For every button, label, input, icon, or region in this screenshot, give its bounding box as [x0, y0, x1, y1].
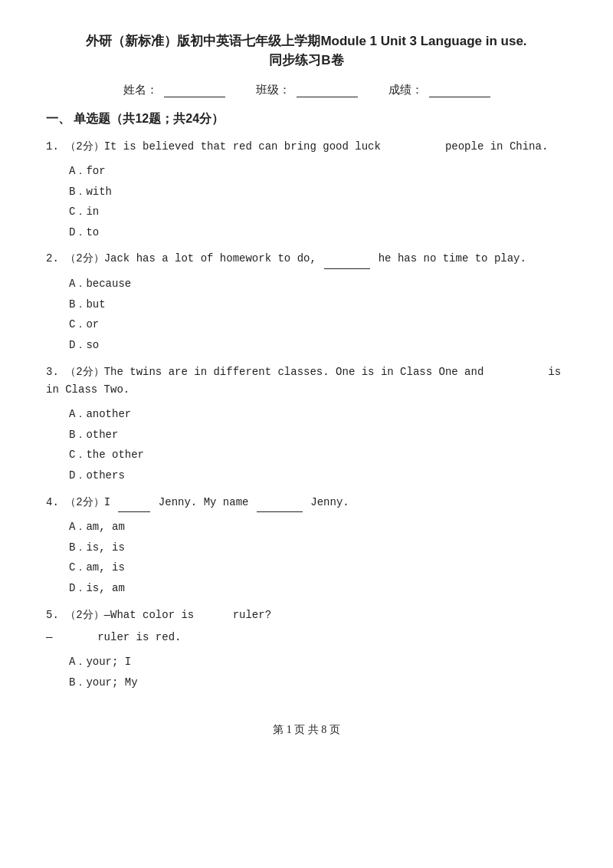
question-5-options: A．your; I B．your; My [69, 652, 567, 692]
q1-number: 1. [46, 140, 65, 153]
name-field: 姓名： [123, 83, 225, 97]
question-5-stem: 5. （2分）—What color is ruler? [46, 607, 567, 625]
q5-option-b: B．your; My [69, 672, 567, 693]
q3-option-d: D．others [69, 465, 567, 486]
q3-option-a: A．another [69, 404, 567, 425]
question-1: 1. （2分）It is believed that red can bring… [46, 138, 567, 242]
q2-option-d: D．so [69, 335, 567, 356]
q1-option-c: C．in [69, 202, 567, 222]
section1-title: 一、 单选题（共12题；共24分） [46, 111, 567, 127]
q2-number: 2. [46, 252, 65, 265]
q1-option-a: A．for [69, 161, 567, 182]
q4-option-a: A．am, am [69, 517, 567, 538]
q1-option-b: B．with [69, 182, 567, 202]
question-2-options: A．because B．but C．or D．so [69, 274, 567, 355]
q4-score: （2分） [65, 496, 103, 508]
q4-number: 4. [46, 496, 65, 508]
score-field: 成绩： [388, 83, 490, 97]
q3-score: （2分） [65, 366, 103, 378]
score-blank [429, 84, 490, 97]
q2-option-a: A．because [69, 274, 567, 294]
class-field: 班级： [256, 83, 358, 97]
question-1-options: A．for B．with C．in D．to [69, 161, 567, 242]
page-footer: 第 1 页 共 8 页 [46, 723, 567, 737]
q3-number: 3. [46, 366, 65, 378]
question-3-stem: 3. （2分）The twins are in different classe… [46, 363, 567, 400]
q5-text: —What color is ruler? [104, 609, 271, 621]
class-blank [297, 84, 358, 97]
name-blank [164, 84, 225, 97]
q2-option-b: B．but [69, 294, 567, 315]
q5-number: 5. [46, 609, 65, 621]
question-5-answer-stem: — ruler is red. [46, 629, 567, 647]
question-4-options: A．am, am B．is, is C．am, is D．is, am [69, 517, 567, 598]
q2-text: Jack has a lot of homework to do, he has… [104, 252, 526, 265]
q5-score: （2分） [65, 609, 103, 621]
q1-score: （2分） [65, 140, 103, 153]
q5-dash: — ruler is red. [46, 631, 181, 643]
q4-option-c: C．am, is [69, 557, 567, 578]
question-5: 5. （2分）—What color is ruler? — ruler is … [46, 607, 567, 693]
q2-score: （2分） [65, 252, 103, 265]
q5-option-a: A．your; I [69, 652, 567, 672]
question-3-options: A．another B．other C．the other D．others [69, 404, 567, 485]
q3-option-c: C．the other [69, 445, 567, 465]
class-label: 班级： [256, 83, 290, 97]
question-4-stem: 4. （2分）I Jenny. My name Jenny. [46, 494, 567, 513]
question-3: 3. （2分）The twins are in different classe… [46, 363, 567, 486]
q1-text: It is believed that red can bring good l… [104, 140, 549, 153]
q3-option-b: B．other [69, 425, 567, 446]
subtitle: 同步练习B卷 [46, 51, 567, 69]
q2-option-c: C．or [69, 314, 567, 335]
question-2: 2. （2分）Jack has a lot of homework to do,… [46, 250, 567, 355]
q4-option-b: B．is, is [69, 538, 567, 558]
question-2-stem: 2. （2分）Jack has a lot of homework to do,… [46, 250, 567, 269]
q4-option-d: D．is, am [69, 578, 567, 599]
footer-text: 第 1 页 共 8 页 [273, 724, 340, 735]
q3-text: The twins are in different classes. One … [46, 366, 561, 396]
q4-text: I Jenny. My name Jenny. [104, 496, 349, 508]
question-1-stem: 1. （2分）It is believed that red can bring… [46, 138, 567, 156]
name-label: 姓名： [123, 83, 158, 97]
main-title: 外研（新标准）版初中英语七年级上学期Module 1 Unit 3 Langua… [46, 31, 567, 51]
question-4: 4. （2分）I Jenny. My name Jenny. A．am, am … [46, 494, 567, 599]
q1-option-d: D．to [69, 222, 567, 243]
score-label: 成绩： [388, 83, 423, 97]
info-row: 姓名： 班级： 成绩： [46, 83, 567, 97]
